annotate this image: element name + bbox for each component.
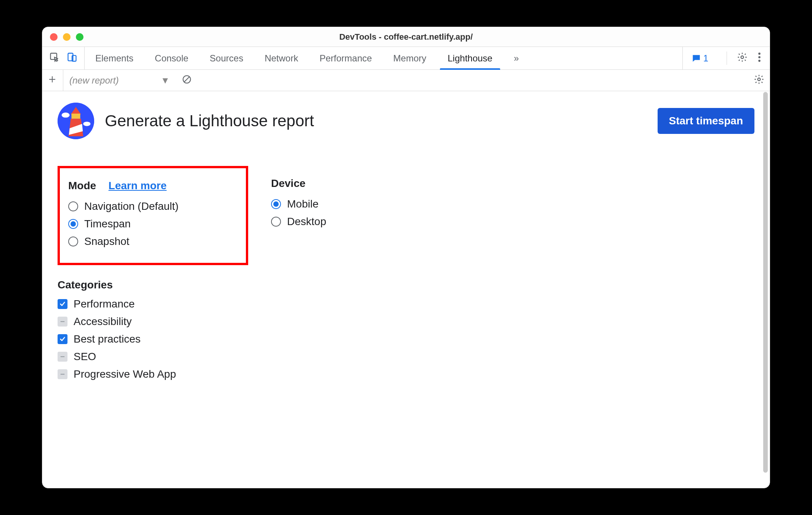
clear-icon[interactable] (182, 74, 192, 87)
options-row: Mode Learn more Navigation (Default) Tim… (58, 166, 754, 265)
tab-console[interactable]: Console (144, 47, 199, 69)
category-accessibility[interactable]: Accessibility (58, 315, 754, 328)
svg-rect-13 (71, 114, 80, 119)
device-section: Device Mobile Desktop (271, 166, 754, 265)
header-row: Generate a Lighthouse report Start times… (58, 103, 754, 139)
scrollbar[interactable] (762, 91, 769, 488)
checkbox-icon (58, 352, 67, 362)
tab-lighthouse[interactable]: Lighthouse (437, 47, 503, 69)
svg-rect-0 (51, 53, 57, 59)
svg-point-4 (758, 52, 761, 55)
svg-rect-17 (61, 356, 65, 357)
svg-point-3 (741, 56, 744, 58)
mode-option-navigation[interactable]: Navigation (Default) (68, 200, 227, 212)
svg-point-10 (62, 113, 70, 117)
checkbox-icon (58, 369, 67, 379)
category-performance[interactable]: Performance (58, 298, 754, 310)
radio-icon (271, 199, 281, 209)
category-label: Progressive Web App (74, 368, 176, 380)
mode-option-label: Timespan (84, 218, 131, 230)
device-option-label: Mobile (287, 198, 318, 210)
tabbar-inspect-tools (42, 47, 85, 69)
checkbox-icon (58, 299, 67, 309)
category-label: Best practices (74, 333, 141, 345)
categories-section: Categories Performance Accessibility Bes… (58, 279, 754, 380)
radio-icon (271, 217, 281, 227)
category-best-practices[interactable]: Best practices (58, 333, 754, 345)
settings-gear-icon[interactable] (737, 52, 748, 65)
more-menu-icon[interactable] (757, 52, 761, 65)
new-report-plus-icon[interactable] (48, 75, 57, 86)
checkbox-icon (58, 334, 67, 344)
inspect-element-icon[interactable] (49, 52, 60, 65)
category-label: Performance (74, 298, 135, 310)
tab-performance[interactable]: Performance (309, 47, 382, 69)
window-title: DevTools - coffee-cart.netlify.app/ (42, 32, 770, 42)
mode-options: Navigation (Default) Timespan Snapshot (68, 200, 227, 248)
window-maximize-button[interactable] (76, 33, 83, 41)
tab-elements[interactable]: Elements (85, 47, 144, 69)
mode-option-timespan[interactable]: Timespan (68, 218, 227, 230)
page-title: Generate a Lighthouse report (105, 112, 314, 130)
window-close-button[interactable] (50, 33, 58, 41)
mode-option-label: Snapshot (84, 235, 129, 248)
lighthouse-logo-icon (58, 103, 94, 139)
console-messages-count: 1 (703, 53, 708, 64)
mode-option-snapshot[interactable]: Snapshot (68, 235, 227, 248)
radio-icon (68, 237, 78, 246)
chevron-down-icon: ▼ (160, 75, 170, 86)
tab-network[interactable]: Network (254, 47, 309, 69)
mode-option-label: Navigation (Default) (84, 200, 178, 212)
tabs: Elements Console Sources Network Perform… (85, 47, 530, 69)
svg-rect-18 (61, 374, 65, 375)
categories-label: Categories (58, 279, 754, 291)
category-seo[interactable]: SEO (58, 351, 754, 363)
svg-rect-16 (61, 321, 65, 322)
start-timespan-button[interactable]: Start timespan (658, 108, 755, 134)
device-option-label: Desktop (287, 216, 326, 228)
divider (727, 52, 727, 65)
tab-memory[interactable]: Memory (383, 47, 437, 69)
titlebar: DevTools - coffee-cart.netlify.app/ (42, 27, 770, 47)
mode-section: Mode Learn more Navigation (Default) Tim… (58, 166, 248, 265)
radio-icon (68, 219, 78, 229)
svg-point-8 (758, 78, 761, 80)
device-options: Mobile Desktop (271, 198, 754, 228)
category-pwa[interactable]: Progressive Web App (58, 368, 754, 380)
tab-sources[interactable]: Sources (199, 47, 254, 69)
console-messages-badge[interactable]: 1 (682, 47, 717, 69)
lighthouse-panel: Generate a Lighthouse report Start times… (42, 91, 770, 488)
lighthouse-settings-gear-icon[interactable] (754, 76, 764, 87)
report-dropdown-label: (new report) (69, 75, 119, 86)
device-option-desktop[interactable]: Desktop (271, 216, 754, 228)
category-label: Accessibility (74, 315, 132, 328)
category-label: SEO (74, 351, 96, 363)
window-minimize-button[interactable] (63, 33, 71, 41)
devtools-window: DevTools - coffee-cart.netlify.app/ Elem… (42, 27, 770, 488)
svg-point-5 (758, 56, 761, 58)
learn-more-link[interactable]: Learn more (109, 180, 167, 192)
traffic-lights (50, 33, 83, 41)
checkbox-icon (58, 317, 67, 327)
lighthouse-subbar: (new report) ▼ (42, 70, 770, 91)
device-label: Device (271, 177, 305, 190)
report-dropdown[interactable]: (new report) ▼ (63, 70, 176, 91)
radio-icon (68, 201, 78, 211)
tabbar-right: 1 (674, 47, 770, 69)
tabs-overflow-button[interactable]: » (503, 47, 530, 69)
device-toolbar-icon[interactable] (67, 52, 77, 65)
device-option-mobile[interactable]: Mobile (271, 198, 754, 210)
mode-label: Mode (68, 180, 96, 192)
devtools-tabbar: Elements Console Sources Network Perform… (42, 47, 770, 70)
categories-options: Performance Accessibility Best practices… (58, 298, 754, 380)
svg-point-11 (83, 122, 90, 126)
svg-point-6 (758, 60, 761, 62)
